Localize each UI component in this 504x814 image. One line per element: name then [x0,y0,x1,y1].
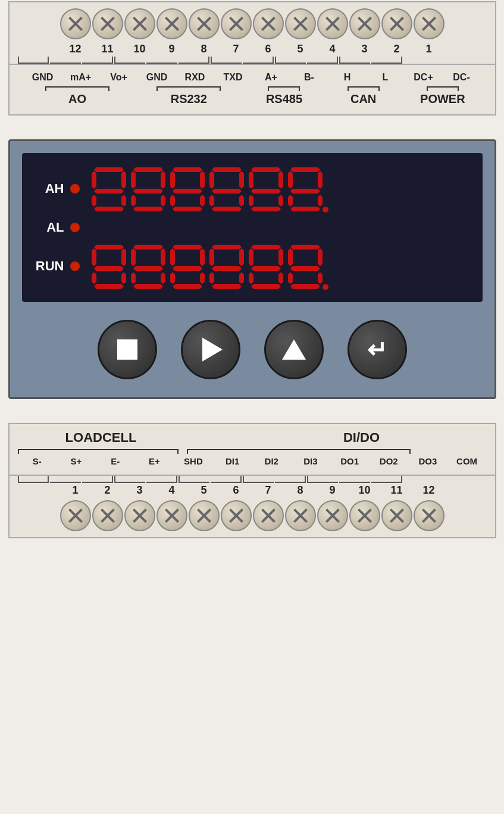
stop-icon [117,339,137,360]
svg-marker-4 [92,195,96,207]
play-button[interactable] [181,320,240,379]
svg-marker-2 [121,171,126,189]
pin-label-h: H [332,72,363,83]
svg-marker-1 [92,171,96,189]
svg-marker-14 [133,207,163,211]
group-loadcell-label: LOADCELL [65,430,137,445]
screw-t8 [189,8,220,39]
svg-marker-41 [288,171,293,189]
pin-label-bminus: B- [294,72,325,83]
pin-num-10: 10 [124,43,155,55]
pin-num-7: 7 [221,43,252,55]
svg-marker-32 [251,167,281,172]
svg-marker-57 [131,248,136,266]
ah-dot [70,184,80,194]
enter-button[interactable]: ↵ [348,320,407,379]
svg-marker-27 [212,189,242,194]
screw-b8 [285,500,316,531]
ah-digit-4 [209,165,244,213]
svg-marker-16 [173,167,202,172]
bot-pin-num-9: 9 [317,484,348,497]
bot-pin-num-4: 4 [156,484,187,497]
pin-label-txd: TXD [218,72,249,83]
stop-button[interactable] [98,320,157,379]
bottom-pin-labels: S- S+ E- E+ SHD DI1 DI2 DI3 DO1 DO2 DO3 … [18,456,487,466]
svg-marker-64 [173,245,202,249]
svg-marker-24 [212,167,242,172]
svg-marker-46 [290,207,320,211]
pin-label-di2: DI2 [256,456,287,466]
svg-marker-35 [251,189,281,194]
svg-marker-13 [161,195,165,207]
svg-marker-52 [92,272,96,284]
svg-marker-61 [161,272,165,284]
screw-b9 [317,500,348,531]
screw-b1 [60,500,91,531]
svg-marker-69 [200,272,205,284]
svg-marker-49 [92,248,96,266]
svg-marker-67 [173,266,202,271]
run-digit-1 [92,242,126,290]
run-digits [92,242,328,290]
svg-marker-10 [161,171,165,189]
screw-b6 [221,500,252,531]
group-can: CAN [331,86,396,106]
svg-marker-45 [318,195,323,207]
svg-marker-66 [200,248,205,266]
svg-marker-36 [249,195,253,207]
run-digit-2 [131,242,165,290]
screw-t9 [156,8,187,39]
al-dot [70,223,80,232]
svg-marker-20 [170,195,175,207]
svg-marker-11 [133,189,163,194]
svg-marker-93 [318,272,323,284]
top-screws [10,6,495,42]
pin-num-2: 2 [381,43,412,55]
screw-t12 [60,8,91,39]
screw-t10 [124,8,155,39]
ah-digit-5 [249,165,283,213]
screw-b11 [381,500,412,531]
bottom-connector-panel: 1 2 3 4 5 6 7 8 9 10 11 12 [8,476,496,538]
up-button[interactable] [264,320,324,379]
bot-pin-num-3: 3 [124,484,155,497]
al-label: AL [32,220,64,235]
svg-marker-25 [209,171,214,189]
screw-b4 [156,500,187,531]
pin-num-11: 11 [92,43,123,55]
pin-num-12: 12 [60,43,91,55]
group-power: POWER [411,86,475,106]
svg-marker-70 [173,284,202,289]
svg-marker-38 [251,207,281,211]
group-rs232-label: RS232 [171,92,207,106]
pin-num-9: 9 [156,43,187,55]
bot-pin-num-12: 12 [414,484,444,497]
svg-marker-22 [173,207,202,211]
bottom-screws [10,498,495,534]
svg-marker-26 [239,171,244,189]
pin-label-l: L [370,72,401,83]
screw-b5 [189,500,220,531]
ah-digit-6 [288,165,328,213]
svg-marker-12 [131,195,136,207]
svg-marker-28 [209,195,214,207]
up-icon [282,339,306,360]
run-label: RUN [32,258,64,274]
group-rs485: RS485 [252,86,316,106]
pin-label-di1: DI1 [217,456,248,466]
screw-b12 [414,500,444,531]
svg-marker-75 [212,266,242,271]
svg-marker-48 [94,245,124,249]
svg-marker-62 [133,284,163,289]
pin-label-gnd2: GND [142,72,173,83]
svg-marker-58 [161,248,165,266]
group-ao: AO [29,86,126,106]
svg-marker-53 [121,272,126,284]
svg-marker-8 [133,167,163,172]
pin-label-gnd1: GND [27,72,58,83]
pin-label-eminus: E- [100,456,131,466]
device-panel: AH [8,139,496,399]
svg-marker-60 [131,272,136,284]
svg-marker-9 [131,171,136,189]
group-power-label: POWER [420,92,465,106]
